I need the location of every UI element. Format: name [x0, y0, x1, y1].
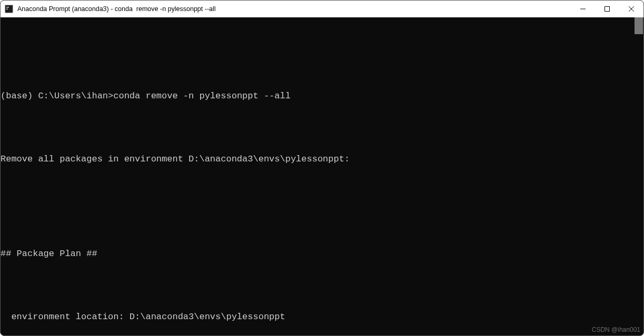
- svg-rect-1: [6, 7, 9, 8]
- env-location-line: environment location: D:\anaconda3\envs\…: [1, 312, 643, 322]
- window-title: Anaconda Prompt (anaconda3) - conda remo…: [17, 5, 216, 13]
- app-icon: [5, 5, 13, 13]
- terminal-output[interactable]: (base) C:\Users\ihan>conda remove -n pyl…: [1, 17, 643, 335]
- close-button[interactable]: [619, 1, 643, 17]
- minimize-button[interactable]: [571, 1, 595, 17]
- scrollbar-track[interactable]: [635, 17, 643, 335]
- prompt-prefix: (base) C:\Users\ihan>: [1, 91, 113, 101]
- window-controls: [571, 1, 643, 17]
- titlebar[interactable]: Anaconda Prompt (anaconda3) - conda remo…: [1, 1, 643, 17]
- svg-rect-2: [6, 9, 8, 10]
- remove-all-msg: Remove all packages in environment D:\an…: [1, 154, 643, 165]
- maximize-button[interactable]: [595, 1, 619, 17]
- scrollbar-thumb[interactable]: [635, 17, 643, 34]
- entered-command: conda remove -n pylessonppt --all: [113, 91, 291, 101]
- package-plan-heading: ## Package Plan ##: [1, 249, 643, 259]
- svg-rect-4: [605, 7, 610, 12]
- window-root: Anaconda Prompt (anaconda3) - conda remo…: [0, 0, 644, 336]
